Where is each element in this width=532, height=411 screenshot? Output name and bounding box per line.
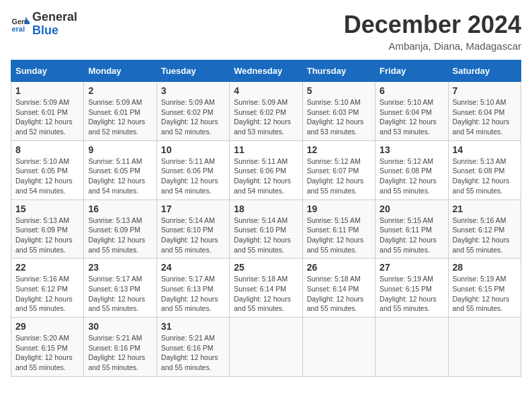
day-number: 31 — [161, 321, 225, 332]
calendar-cell: 3Sunrise: 5:09 AM Sunset: 6:02 PM Daylig… — [157, 82, 229, 141]
page-subtitle: Ambanja, Diana, Madagascar — [344, 40, 521, 52]
calendar-cell: 29Sunrise: 5:20 AM Sunset: 6:15 PM Dayli… — [11, 318, 84, 377]
day-number: 6 — [380, 85, 443, 96]
day-number: 23 — [88, 262, 152, 273]
day-info: Sunrise: 5:18 AM Sunset: 6:14 PM Dayligh… — [307, 274, 371, 314]
logo-line1: General — [32, 10, 77, 24]
day-of-week-header: Monday — [84, 60, 157, 82]
day-info: Sunrise: 5:11 AM Sunset: 6:06 PM Dayligh… — [234, 156, 298, 196]
calendar-cell: 9Sunrise: 5:11 AM Sunset: 6:05 PM Daylig… — [84, 140, 157, 199]
calendar-week-row: 8Sunrise: 5:10 AM Sunset: 6:05 PM Daylig… — [11, 140, 521, 199]
calendar-cell: 24Sunrise: 5:17 AM Sunset: 6:13 PM Dayli… — [157, 259, 229, 318]
day-number: 10 — [161, 144, 225, 155]
svg-rect-3 — [26, 22, 30, 24]
day-of-week-header: Friday — [375, 60, 448, 82]
calendar-cell — [448, 318, 521, 377]
day-of-week-header: Thursday — [302, 60, 375, 82]
day-number: 17 — [161, 203, 225, 214]
calendar-cell: 10Sunrise: 5:11 AM Sunset: 6:06 PM Dayli… — [157, 140, 229, 199]
calendar-cell: 16Sunrise: 5:13 AM Sunset: 6:09 PM Dayli… — [84, 199, 157, 259]
day-number: 28 — [453, 262, 517, 273]
day-info: Sunrise: 5:14 AM Sunset: 6:10 PM Dayligh… — [234, 216, 298, 255]
calendar-cell: 2Sunrise: 5:09 AM Sunset: 6:01 PM Daylig… — [84, 82, 157, 141]
logo-text: General Blue — [32, 11, 77, 38]
calendar-week-row: 22Sunrise: 5:16 AM Sunset: 6:12 PM Dayli… — [11, 259, 521, 318]
day-number: 8 — [15, 144, 79, 155]
day-of-week-header: Sunday — [11, 60, 84, 82]
day-info: Sunrise: 5:15 AM Sunset: 6:11 PM Dayligh… — [307, 216, 371, 255]
calendar-week-row: 1Sunrise: 5:09 AM Sunset: 6:01 PM Daylig… — [11, 82, 521, 141]
day-number: 16 — [88, 203, 152, 214]
day-info: Sunrise: 5:21 AM Sunset: 6:16 PM Dayligh… — [88, 333, 152, 373]
calendar-cell: 22Sunrise: 5:16 AM Sunset: 6:12 PM Dayli… — [11, 259, 84, 318]
calendar-week-row: 15Sunrise: 5:13 AM Sunset: 6:09 PM Dayli… — [11, 199, 521, 259]
day-info: Sunrise: 5:15 AM Sunset: 6:11 PM Dayligh… — [380, 216, 443, 255]
day-number: 12 — [307, 144, 371, 155]
day-number: 13 — [380, 144, 443, 155]
calendar-cell — [302, 318, 375, 377]
day-info: Sunrise: 5:16 AM Sunset: 6:12 PM Dayligh… — [15, 274, 79, 314]
day-info: Sunrise: 5:13 AM Sunset: 6:09 PM Dayligh… — [88, 216, 152, 255]
calendar-cell: 27Sunrise: 5:19 AM Sunset: 6:15 PM Dayli… — [375, 259, 448, 318]
calendar-cell: 15Sunrise: 5:13 AM Sunset: 6:09 PM Dayli… — [11, 199, 84, 259]
day-info: Sunrise: 5:11 AM Sunset: 6:05 PM Dayligh… — [88, 156, 152, 196]
title-section: December 2024 Ambanja, Diana, Madagascar — [344, 11, 521, 52]
day-number: 9 — [88, 144, 152, 155]
day-number: 26 — [307, 262, 371, 273]
day-of-week-header: Tuesday — [157, 60, 229, 82]
day-info: Sunrise: 5:10 AM Sunset: 6:03 PM Dayligh… — [307, 97, 371, 137]
calendar-cell: 28Sunrise: 5:19 AM Sunset: 6:15 PM Dayli… — [448, 259, 521, 318]
day-number: 21 — [453, 203, 517, 214]
day-number: 1 — [15, 85, 79, 96]
day-info: Sunrise: 5:16 AM Sunset: 6:12 PM Dayligh… — [453, 216, 517, 255]
day-info: Sunrise: 5:09 AM Sunset: 6:01 PM Dayligh… — [88, 97, 152, 137]
day-info: Sunrise: 5:17 AM Sunset: 6:13 PM Dayligh… — [161, 274, 225, 314]
calendar-cell: 23Sunrise: 5:17 AM Sunset: 6:13 PM Dayli… — [84, 259, 157, 318]
calendar-cell: 7Sunrise: 5:10 AM Sunset: 6:04 PM Daylig… — [448, 82, 521, 141]
calendar-week-row: 29Sunrise: 5:20 AM Sunset: 6:15 PM Dayli… — [11, 318, 521, 377]
day-number: 15 — [15, 203, 79, 214]
day-number: 18 — [234, 203, 298, 214]
day-info: Sunrise: 5:14 AM Sunset: 6:10 PM Dayligh… — [161, 216, 225, 255]
svg-text:eral: eral — [12, 25, 25, 33]
day-info: Sunrise: 5:17 AM Sunset: 6:13 PM Dayligh… — [88, 274, 152, 314]
day-number: 25 — [234, 262, 298, 273]
day-number: 27 — [380, 262, 443, 273]
day-info: Sunrise: 5:12 AM Sunset: 6:08 PM Dayligh… — [380, 156, 443, 196]
calendar-cell: 20Sunrise: 5:15 AM Sunset: 6:11 PM Dayli… — [375, 199, 448, 259]
day-info: Sunrise: 5:10 AM Sunset: 6:04 PM Dayligh… — [380, 97, 443, 137]
calendar-cell: 18Sunrise: 5:14 AM Sunset: 6:10 PM Dayli… — [230, 199, 302, 259]
calendar-cell: 30Sunrise: 5:21 AM Sunset: 6:16 PM Dayli… — [84, 318, 157, 377]
calendar-cell: 6Sunrise: 5:10 AM Sunset: 6:04 PM Daylig… — [375, 82, 448, 141]
calendar-cell: 8Sunrise: 5:10 AM Sunset: 6:05 PM Daylig… — [11, 140, 84, 199]
day-of-week-header: Saturday — [448, 60, 521, 82]
page-header: Gen eral General Blue December 2024 Amba… — [11, 11, 521, 52]
day-number: 4 — [234, 85, 298, 96]
day-number: 7 — [453, 85, 517, 96]
calendar-cell: 17Sunrise: 5:14 AM Sunset: 6:10 PM Dayli… — [157, 199, 229, 259]
calendar-cell: 4Sunrise: 5:09 AM Sunset: 6:02 PM Daylig… — [230, 82, 302, 141]
day-info: Sunrise: 5:10 AM Sunset: 6:05 PM Dayligh… — [15, 156, 79, 196]
day-number: 5 — [307, 85, 371, 96]
calendar-cell: 19Sunrise: 5:15 AM Sunset: 6:11 PM Dayli… — [302, 199, 375, 259]
calendar-header-row: SundayMondayTuesdayWednesdayThursdayFrid… — [11, 60, 521, 82]
day-info: Sunrise: 5:09 AM Sunset: 6:02 PM Dayligh… — [234, 97, 298, 137]
day-info: Sunrise: 5:13 AM Sunset: 6:09 PM Dayligh… — [15, 216, 79, 255]
day-info: Sunrise: 5:21 AM Sunset: 6:16 PM Dayligh… — [161, 333, 225, 373]
calendar-cell: 12Sunrise: 5:12 AM Sunset: 6:07 PM Dayli… — [302, 140, 375, 199]
calendar-cell — [375, 318, 448, 377]
day-info: Sunrise: 5:19 AM Sunset: 6:15 PM Dayligh… — [380, 274, 443, 314]
day-info: Sunrise: 5:10 AM Sunset: 6:04 PM Dayligh… — [453, 97, 517, 137]
day-info: Sunrise: 5:20 AM Sunset: 6:15 PM Dayligh… — [15, 333, 79, 373]
calendar-cell: 13Sunrise: 5:12 AM Sunset: 6:08 PM Dayli… — [375, 140, 448, 199]
day-number: 20 — [380, 203, 443, 214]
day-number: 19 — [307, 203, 371, 214]
day-number: 2 — [88, 85, 152, 96]
day-info: Sunrise: 5:12 AM Sunset: 6:07 PM Dayligh… — [307, 156, 371, 196]
day-info: Sunrise: 5:19 AM Sunset: 6:15 PM Dayligh… — [453, 274, 517, 314]
day-number: 29 — [15, 321, 79, 332]
day-number: 11 — [234, 144, 298, 155]
calendar-table: SundayMondayTuesdayWednesdayThursdayFrid… — [11, 60, 521, 377]
calendar-cell: 25Sunrise: 5:18 AM Sunset: 6:14 PM Dayli… — [230, 259, 302, 318]
day-number: 3 — [161, 85, 225, 96]
